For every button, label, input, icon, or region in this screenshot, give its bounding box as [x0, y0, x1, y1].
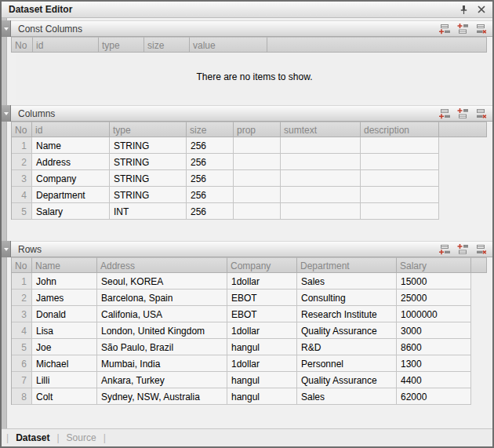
data-cell[interactable]: Lilli	[32, 372, 97, 388]
data-cell[interactable]: Sales	[297, 273, 397, 290]
column-header-size[interactable]: size	[187, 122, 234, 137]
data-cell[interactable]	[234, 187, 281, 203]
data-cell[interactable]	[281, 137, 361, 154]
data-cell[interactable]: Ankara, Turkey	[97, 372, 227, 388]
tab-dataset[interactable]: Dataset	[9, 432, 56, 443]
column-header-no[interactable]: No	[12, 257, 32, 273]
data-cell[interactable]: 15000	[397, 273, 471, 290]
data-cell[interactable]: EBOT	[227, 306, 297, 322]
add-row-button[interactable]	[438, 243, 451, 255]
data-cell[interactable]: Address	[32, 154, 110, 170]
data-cell[interactable]	[281, 203, 361, 220]
row-number-cell[interactable]: 6	[12, 355, 32, 372]
data-cell[interactable]: 256	[187, 154, 234, 170]
row-number-cell[interactable]: 7	[12, 372, 32, 388]
data-cell[interactable]: Quality Assurance	[297, 322, 397, 339]
data-cell[interactable]: Mumbai, India	[97, 355, 227, 372]
data-cell[interactable]: Joe	[32, 339, 97, 355]
data-cell[interactable]: London, United Kingdom	[97, 322, 227, 339]
column-header-company[interactable]: Company	[227, 257, 297, 273]
data-cell[interactable]: 8600	[397, 339, 471, 355]
data-cell[interactable]: 256	[187, 187, 234, 203]
data-cell[interactable]: 1dollar	[227, 273, 297, 290]
data-cell[interactable]: Lisa	[32, 322, 97, 339]
data-cell[interactable]	[361, 137, 439, 154]
data-cell[interactable]	[361, 203, 439, 220]
data-cell[interactable]: James	[32, 290, 97, 306]
row-number-cell[interactable]: 3	[12, 170, 32, 187]
data-cell[interactable]: hangul	[227, 388, 297, 405]
insert-row-button[interactable]	[456, 23, 469, 35]
row-number-cell[interactable]: 4	[12, 322, 32, 339]
data-cell[interactable]: 25000	[397, 290, 471, 306]
data-cell[interactable]: 1000000	[397, 306, 471, 322]
row-number-cell[interactable]: 2	[12, 154, 32, 170]
data-cell[interactable]	[234, 137, 281, 154]
delete-row-button[interactable]	[474, 243, 487, 255]
data-cell[interactable]: 1300	[397, 355, 471, 372]
row-number-cell[interactable]: 4	[12, 187, 32, 203]
pin-button[interactable]	[458, 4, 469, 15]
table-row[interactable]: 5JoeSão Paulo, BrazilhangulR&D8600	[12, 339, 471, 355]
data-cell[interactable]: Califonia, USA	[97, 306, 227, 322]
data-cell[interactable]	[234, 154, 281, 170]
column-header-no[interactable]: No	[12, 37, 33, 53]
data-cell[interactable]: Michael	[32, 355, 97, 372]
column-header-type[interactable]: type	[99, 37, 144, 53]
column-header-address[interactable]: Address	[97, 257, 227, 273]
row-number-cell[interactable]: 8	[12, 388, 32, 405]
data-cell[interactable]: Company	[32, 170, 110, 187]
row-number-cell[interactable]: 5	[12, 339, 32, 355]
row-number-cell[interactable]: 1	[12, 137, 32, 154]
table-row[interactable]: 5SalaryINT256	[12, 203, 439, 220]
column-header-name[interactable]: Name	[32, 257, 97, 273]
data-cell[interactable]: 1dollar	[227, 322, 297, 339]
data-cell[interactable]: STRING	[110, 170, 187, 187]
data-cell[interactable]	[361, 154, 439, 170]
data-cell[interactable]: Quality Assurance	[297, 372, 397, 388]
data-cell[interactable]: Seoul, KOREA	[97, 273, 227, 290]
column-header-id[interactable]: id	[32, 122, 110, 137]
table-row[interactable]: 2JamesBarcelona, SpainEBOTConsulting2500…	[12, 290, 471, 306]
column-header-prop[interactable]: prop	[234, 122, 281, 137]
data-cell[interactable]	[361, 170, 439, 187]
collapse-button[interactable]	[2, 105, 11, 122]
row-number-cell[interactable]: 2	[12, 290, 32, 306]
close-button[interactable]	[476, 4, 487, 15]
data-cell[interactable]: STRING	[110, 137, 187, 154]
add-row-button[interactable]	[438, 23, 451, 35]
table-row[interactable]: 1JohnSeoul, KOREA1dollarSales15000	[12, 273, 471, 290]
data-cell[interactable]: hangul	[227, 339, 297, 355]
data-cell[interactable]	[361, 187, 439, 203]
insert-row-button[interactable]	[456, 107, 469, 119]
data-cell[interactable]: Salary	[32, 203, 110, 220]
data-cell[interactable]: Donald	[32, 306, 97, 322]
data-cell[interactable]	[281, 170, 361, 187]
data-cell[interactable]: Personnel	[297, 355, 397, 372]
data-cell[interactable]: Name	[32, 137, 110, 154]
data-cell[interactable]	[281, 154, 361, 170]
table-row[interactable]: 2AddressSTRING256	[12, 154, 439, 170]
data-cell[interactable]: Colt	[32, 388, 97, 405]
table-row[interactable]: 1NameSTRING256	[12, 137, 439, 154]
table-row[interactable]: 3CompanySTRING256	[12, 170, 439, 187]
column-header-size[interactable]: size	[144, 37, 190, 53]
data-cell[interactable]: Consulting	[297, 290, 397, 306]
table-row[interactable]: 4LisaLondon, United Kingdom1dollarQualit…	[12, 322, 471, 339]
data-cell[interactable]: hangul	[227, 372, 297, 388]
column-header-id[interactable]: id	[33, 37, 99, 53]
table-row[interactable]: 4DepartmentSTRING256	[12, 187, 439, 203]
column-header-type[interactable]: type	[110, 122, 187, 137]
table-row[interactable]: 8ColtSydney, NSW, AustraliahangulSales62…	[12, 388, 471, 405]
data-cell[interactable]: INT	[110, 203, 187, 220]
data-cell[interactable]: R&D	[297, 339, 397, 355]
row-number-cell[interactable]: 1	[12, 273, 32, 290]
collapse-button[interactable]	[2, 20, 11, 37]
data-cell[interactable]: São Paulo, Brazil	[97, 339, 227, 355]
table-row[interactable]: 3DonaldCalifonia, USAEBOTResearch Instit…	[12, 306, 471, 322]
data-cell[interactable]: Sydney, NSW, Australia	[97, 388, 227, 405]
data-cell[interactable]: 62000	[397, 388, 471, 405]
column-header-description[interactable]: description	[361, 122, 439, 137]
data-cell[interactable]: 1dollar	[227, 355, 297, 372]
data-cell[interactable]: Department	[32, 187, 110, 203]
